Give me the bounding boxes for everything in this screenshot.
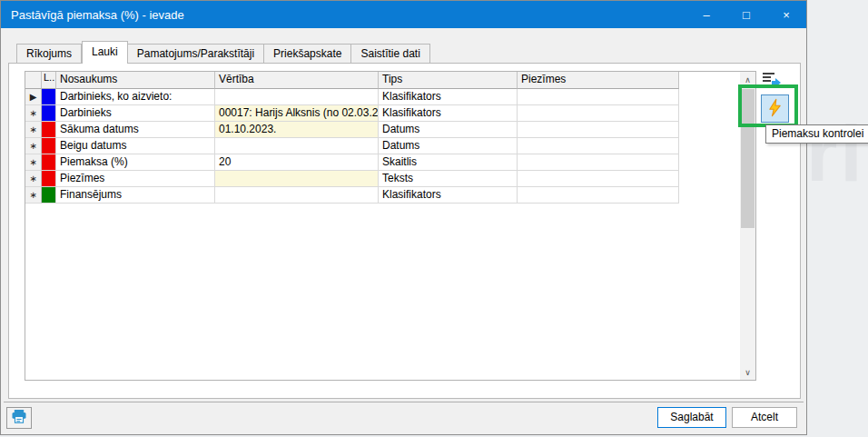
fields-grid: L.. Nosaukums Vērtība Tips Piezīmes ▶ Da… <box>25 71 756 381</box>
field-name-cell: Sākuma datums <box>56 122 215 138</box>
window-title: Pastāvīgā piemaksa (%) - ievade <box>11 8 184 22</box>
row-indicator: ∗ <box>25 171 42 187</box>
desktop-watermark: riz <box>806 107 868 200</box>
tab-rikojums[interactable]: Rīkojums <box>16 44 82 64</box>
field-name-cell: Piezīmes <box>56 171 215 187</box>
cancel-button[interactable]: Atcelt <box>732 407 797 428</box>
minimize-button[interactable]: – <box>686 1 726 28</box>
field-notes-cell <box>518 89 679 105</box>
row-color-cell <box>42 89 56 105</box>
title-bar: Pastāvīgā piemaksa (%) - ievade – □ × <box>1 1 806 28</box>
row-indicator: ∗ <box>25 122 42 138</box>
field-value-cell[interactable] <box>215 171 379 187</box>
maximize-button[interactable]: □ <box>726 1 766 28</box>
header-link[interactable]: L.. <box>42 72 56 89</box>
field-type-cell: Klasifikators <box>379 89 518 105</box>
field-notes-cell <box>518 187 679 204</box>
dialog-window: Pastāvīgā piemaksa (%) - ievade – □ × Rī… <box>0 0 807 435</box>
scroll-up-icon[interactable]: ∧ <box>740 72 755 87</box>
field-notes-cell <box>518 105 679 122</box>
row-indicator: ∗ <box>25 105 42 122</box>
piemaksu-kontrole-button[interactable] <box>761 94 789 123</box>
tab-lauki[interactable]: Lauki <box>82 41 128 64</box>
field-notes-cell <box>518 122 679 138</box>
field-value-cell[interactable] <box>215 138 379 154</box>
field-name-cell: Darbinieks, ko aizvieto: <box>56 89 215 105</box>
scroll-down-icon[interactable]: ∨ <box>740 364 755 380</box>
save-button[interactable]: Saglabāt <box>657 407 726 428</box>
field-notes-cell <box>518 138 679 154</box>
scrollbar-thumb[interactable] <box>741 89 755 228</box>
field-value-cell[interactable]: 00017: Harijs Alksnis (no 02.03.20… <box>215 105 379 122</box>
header-type[interactable]: Tips <box>379 72 518 89</box>
row-color-cell <box>42 122 56 138</box>
table-row[interactable]: ∗ Darbinieks 00017: Harijs Alksnis (no 0… <box>25 105 755 122</box>
field-chooser-icon[interactable] <box>762 72 782 87</box>
table-row[interactable]: ∗ Beigu datums Datums <box>25 138 755 154</box>
field-value-cell[interactable]: 01.10.2023. <box>215 122 379 138</box>
row-indicator: ∗ <box>25 187 42 204</box>
table-row[interactable]: ∗ Finansējums Klasifikators <box>25 187 755 204</box>
tab-pamatojums-parakstitaji[interactable]: Pamatojums/Parakstītāji <box>128 44 264 64</box>
tab-saistitie-dati[interactable]: Saistītie dati <box>351 44 429 64</box>
row-indicator: ▶ <box>25 89 42 105</box>
printer-icon <box>11 409 27 427</box>
field-name-cell: Piemaksa (%) <box>56 154 215 171</box>
header-value[interactable]: Vērtība <box>215 72 379 89</box>
tab-prieksapskate[interactable]: Priekšapskate <box>264 44 351 64</box>
row-color-cell <box>42 154 56 171</box>
header-selector <box>25 72 42 89</box>
field-type-cell: Datums <box>379 138 518 154</box>
table-row[interactable]: ∗ Piezīmes Teksts <box>25 171 755 187</box>
window-controls: – □ × <box>686 1 806 28</box>
close-button[interactable]: × <box>766 1 806 28</box>
table-row[interactable]: ∗ Sākuma datums 01.10.2023. Datums <box>25 122 755 138</box>
header-notes[interactable]: Piezīmes <box>518 72 679 89</box>
field-type-cell: Klasifikators <box>379 105 518 122</box>
row-indicator: ∗ <box>25 154 42 171</box>
print-button[interactable] <box>6 407 32 429</box>
desktop: riz Pastāvīgā piemaksa (%) - ievade – □ … <box>0 0 868 437</box>
field-value-cell[interactable]: 20 <box>215 154 379 171</box>
field-name-cell: Finansējums <box>56 187 215 204</box>
field-type-cell: Klasifikators <box>379 187 518 204</box>
row-color-cell <box>42 187 56 204</box>
row-color-cell <box>42 138 56 154</box>
grid-header-row: L.. Nosaukums Vērtība Tips Piezīmes <box>25 72 755 89</box>
field-name-cell: Beigu datums <box>56 138 215 154</box>
field-notes-cell <box>518 171 679 187</box>
field-notes-cell <box>518 154 679 171</box>
table-row[interactable]: ▶ Darbinieks, ko aizvieto: Klasifikators <box>25 89 755 105</box>
field-type-cell: Datums <box>379 122 518 138</box>
field-name-cell: Darbinieks <box>56 105 215 122</box>
row-color-cell <box>42 171 56 187</box>
tooltip: Piemaksu kontrolei <box>765 124 868 144</box>
field-value-cell[interactable] <box>215 89 379 105</box>
table-row[interactable]: ∗ Piemaksa (%) 20 Skaitlis <box>25 154 755 171</box>
row-color-cell <box>42 105 56 122</box>
row-indicator: ∗ <box>25 138 42 154</box>
vertical-scrollbar[interactable]: ∧ ∨ <box>740 72 755 380</box>
lightning-icon <box>765 98 784 120</box>
footer-divider <box>4 402 804 402</box>
header-name[interactable]: Nosaukums <box>56 72 215 89</box>
field-value-cell[interactable] <box>215 187 379 204</box>
tab-bar: Rīkojums Lauki Pamatojums/Parakstītāji P… <box>16 41 430 64</box>
field-type-cell: Teksts <box>379 171 518 187</box>
field-type-cell: Skaitlis <box>379 154 518 171</box>
